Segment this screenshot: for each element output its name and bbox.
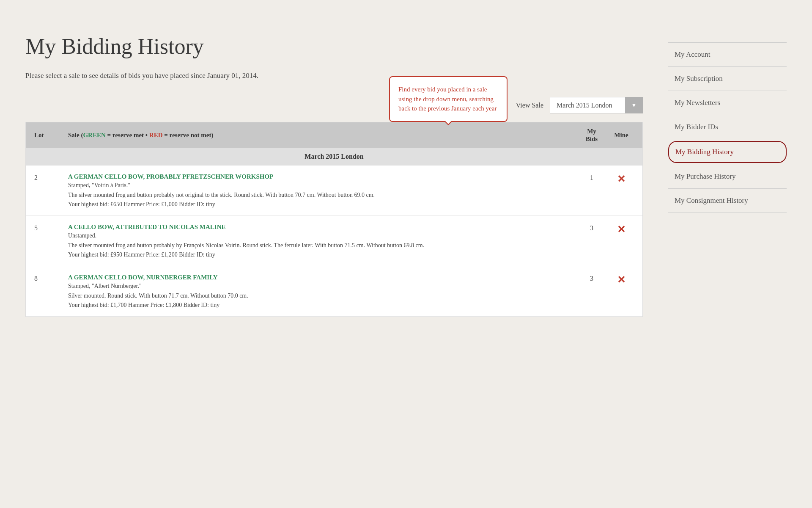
table-row: 8 A GERMAN CELLO BOW, NURNBERGER FAMILY … — [26, 266, 642, 317]
tooltip-box: Find every bid you placed in a sale usin… — [389, 76, 508, 122]
lot-title[interactable]: A GERMAN CELLO BOW, PROBABLY PFRETZSCHNE… — [68, 173, 575, 180]
lot-number: 8 — [34, 274, 68, 282]
col-lot-header: Lot — [34, 132, 68, 139]
lot-details: A CELLO BOW, ATTRIBUTED TO NICOLAS MALIN… — [68, 224, 575, 258]
sidebar-item-my-bidding-history[interactable]: My Bidding History — [668, 141, 787, 163]
lot-mine-mark: ✕ — [609, 274, 634, 285]
reserve-not-met-icon: ✕ — [617, 174, 625, 185]
lot-number: 2 — [34, 173, 68, 182]
lot-details: A GERMAN CELLO BOW, PROBABLY PFRETZSCHNE… — [68, 173, 575, 208]
sidebar: My Account My Subscription My Newsletter… — [668, 34, 787, 317]
lot-number: 5 — [34, 224, 68, 232]
view-sale-row: View Sale March 2015 London — [25, 97, 643, 113]
lot-description: The silver mounted frog and button proba… — [68, 241, 575, 250]
lot-mine-mark: ✕ — [609, 224, 634, 235]
table-row: 2 A GERMAN CELLO BOW, PROBABLY PFRETZSCH… — [26, 166, 642, 216]
col-bids-header: MyBids — [575, 127, 609, 143]
lot-bid-info: Your highest bid: £1,700 Hammer Price: £… — [68, 302, 575, 309]
sidebar-item-my-purchase-history[interactable]: My Purchase History — [668, 165, 787, 189]
table-header: Lot Sale (GREEN = reserve met • RED = re… — [26, 122, 642, 148]
bidding-table: Lot Sale (GREEN = reserve met • RED = re… — [25, 122, 643, 317]
col-mine-header: Mine — [609, 132, 634, 139]
reserve-not-met-icon: ✕ — [617, 274, 625, 285]
lot-subtitle: Stamped, "Albert Nürnberger." — [68, 283, 575, 290]
lot-title[interactable]: A GERMAN CELLO BOW, NURNBERGER FAMILY — [68, 274, 575, 281]
lot-bids-count: 3 — [575, 274, 609, 282]
view-sale-label: View Sale — [516, 102, 543, 109]
col-sale-header: Sale (GREEN = reserve met • RED = reserv… — [68, 132, 575, 139]
page-title: My Bidding History — [25, 34, 643, 59]
reserve-not-met-icon: ✕ — [617, 224, 625, 235]
lot-details: A GERMAN CELLO BOW, NURNBERGER FAMILY St… — [68, 274, 575, 309]
section-header: March 2015 London — [26, 148, 642, 166]
lot-subtitle: Unstamped. — [68, 232, 575, 239]
lot-mine-mark: ✕ — [609, 173, 634, 184]
lot-bids-count: 3 — [575, 224, 609, 232]
sidebar-item-my-account[interactable]: My Account — [668, 43, 787, 67]
sidebar-item-my-bidder-ids[interactable]: My Bidder IDs — [668, 115, 787, 139]
sidebar-item-my-newsletters[interactable]: My Newsletters — [668, 91, 787, 115]
sidebar-item-my-consignment-history[interactable]: My Consignment History — [668, 189, 787, 213]
lot-subtitle: Stamped, "Voirin à Paris." — [68, 182, 575, 189]
lot-bid-info: Your highest bid: £650 Hammer Price: £1,… — [68, 201, 575, 208]
lot-description: Silver mounted. Round stick. With button… — [68, 291, 575, 300]
table-row: 5 A CELLO BOW, ATTRIBUTED TO NICOLAS MAL… — [26, 216, 642, 266]
lot-bids-count: 1 — [575, 173, 609, 182]
page-subtitle: Please select a sale to see details of b… — [25, 72, 643, 80]
lot-description: The silver mounted frog and button proba… — [68, 190, 575, 199]
sidebar-nav: My Account My Subscription My Newsletter… — [668, 42, 787, 213]
lot-bid-info: Your highest bid: £950 Hammer Price: £1,… — [68, 251, 575, 258]
sale-dropdown[interactable]: March 2015 London — [550, 97, 643, 113]
sidebar-item-my-subscription[interactable]: My Subscription — [668, 67, 787, 91]
lot-title[interactable]: A CELLO BOW, ATTRIBUTED TO NICOLAS MALIN… — [68, 224, 575, 231]
sale-dropdown-wrapper: March 2015 London — [550, 97, 643, 113]
